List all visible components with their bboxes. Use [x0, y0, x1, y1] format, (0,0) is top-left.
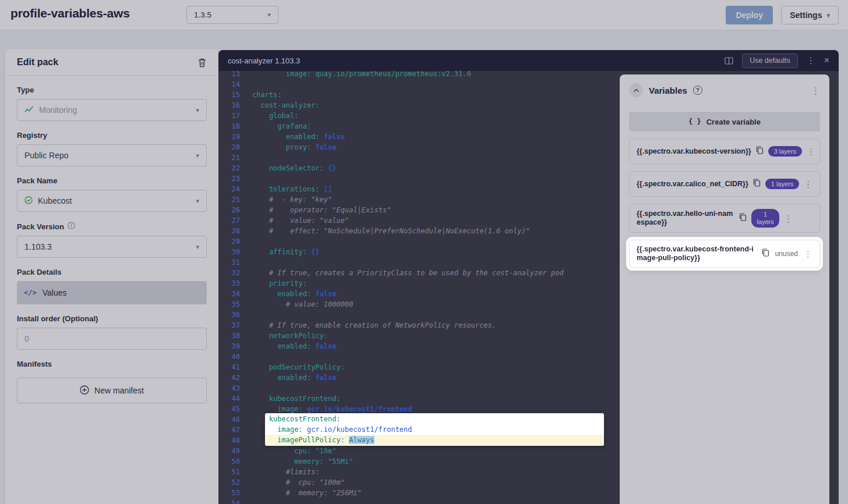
pack-version-value: 1.103.3: [24, 242, 190, 251]
registry-value: Public Repo: [24, 151, 190, 160]
pack-details-label: Pack Details: [17, 268, 207, 276]
variable-name: {{.spectro.var.kubecost-frontend-image-p…: [637, 245, 757, 262]
copy-icon[interactable]: [756, 146, 764, 157]
variable-row-kubecost-version[interactable]: {{.spectro.var.kubecost-version}} 3 laye…: [629, 139, 820, 164]
pack-details-value: Values: [43, 288, 67, 297]
layers-badge: 3 layers: [768, 146, 803, 157]
diff-view-icon[interactable]: [725, 57, 733, 65]
copy-icon[interactable]: [739, 213, 747, 223]
kebab-menu-icon[interactable]: ⋮: [807, 147, 815, 156]
edit-pack-panel: Edit pack Type Monitoring ▾ Registry Pub…: [5, 49, 218, 504]
create-variable-label: Create variable: [706, 118, 761, 126]
spotlight-code-block: kubecostFrontend: image: gcr.io/kubecost…: [265, 413, 604, 446]
install-order-input[interactable]: [17, 328, 207, 350]
deploy-button[interactable]: Deploy: [726, 6, 773, 24]
variable-name: {{.spectro.var.hello-uni-namespace}}: [637, 210, 734, 227]
chevron-down-icon: ▾: [196, 107, 199, 114]
topbar-actions: Deploy Settings ▾: [726, 6, 839, 24]
install-order-label: Install order (Optional): [17, 314, 207, 323]
close-icon[interactable]: ×: [824, 55, 829, 66]
kebab-menu-icon[interactable]: ⋮: [804, 180, 812, 189]
registry-select[interactable]: Public Repo ▾: [17, 144, 207, 166]
chevron-down-icon: ▾: [267, 11, 271, 19]
pack-name-label: Pack Name: [17, 176, 207, 185]
kebab-menu-icon[interactable]: ⋮: [784, 214, 793, 223]
variables-panel: Variables ? ⋮ { } Create variable {{.spe…: [620, 74, 829, 504]
delete-pack-trash-icon[interactable]: [197, 58, 207, 68]
top-bar: profile-variables-aws 1.3.5 ▾ Deploy Set…: [0, 0, 848, 30]
copy-icon[interactable]: [753, 179, 761, 189]
spotlight-code-lines: kubecostFrontend: image: gcr.io/kubecost…: [265, 414, 604, 445]
layers-badge: 1 layers: [751, 209, 779, 228]
variable-row-hello-uni-namespace[interactable]: {{.spectro.var.hello-uni-namespace}} 1 l…: [629, 204, 820, 233]
divider: [5, 75, 218, 76]
type-value: Monitoring: [39, 105, 190, 115]
registry-label: Registry: [17, 131, 207, 140]
braces-icon: { }: [688, 118, 701, 126]
info-icon: [68, 222, 75, 231]
variables-header: Variables ? ⋮: [629, 81, 820, 99]
layers-badge: 1 layers: [765, 179, 800, 189]
variables-title: Variables: [649, 86, 687, 95]
plus-circle-icon: [80, 385, 89, 396]
copy-icon[interactable]: [762, 249, 769, 259]
editor-header: cost-analyzer 1.103.3 Use defaults ⋮ ×: [218, 50, 839, 71]
type-label: Type: [17, 86, 207, 94]
kebab-menu-icon[interactable]: ⋮: [807, 55, 815, 66]
pack-version-label: Pack Version: [17, 222, 207, 231]
edit-pack-heading: Edit pack: [17, 57, 58, 68]
profile-title: profile-variables-aws: [10, 6, 130, 20]
settings-button[interactable]: Settings ▾: [781, 6, 839, 24]
chevron-down-icon: ▾: [196, 243, 199, 251]
monitoring-chart-icon: [24, 105, 34, 115]
variable-row-calico-net-cidr[interactable]: {{.spectro.var.calico_net_CIDR}} 1 layer…: [629, 171, 820, 197]
new-manifest-button[interactable]: New manifest: [17, 378, 207, 403]
new-manifest-label: New manifest: [94, 386, 144, 395]
pack-name-select[interactable]: Kubecost ▾: [17, 190, 207, 212]
editor-title: cost-analyzer 1.103.3: [228, 56, 300, 65]
chevron-down-icon: ▾: [196, 197, 199, 205]
collapse-chevron-up-icon[interactable]: [629, 83, 643, 97]
pack-details-values-item[interactable]: </> Values: [17, 281, 207, 304]
variable-name: {{.spectro.var.kubecost-version}}: [637, 147, 751, 155]
chevron-down-icon: ▾: [826, 12, 830, 19]
code-icon: </>: [24, 289, 37, 297]
kubecost-pack-icon: [24, 196, 33, 206]
profile-version-value: 1.3.5: [194, 10, 211, 19]
kebab-menu-icon[interactable]: ⋮: [804, 250, 812, 258]
pack-version-select[interactable]: 1.103.3 ▾: [17, 236, 207, 258]
variable-row-kubecost-frontend-image-pull-policy[interactable]: {{.spectro.var.kubecost-frontend-image-p…: [629, 240, 820, 268]
pack-version-label-text: Pack Version: [17, 222, 64, 231]
pack-name-value: Kubecost: [38, 196, 190, 205]
manifests-label: Manifests: [17, 360, 207, 368]
kebab-menu-icon[interactable]: ⋮: [811, 86, 820, 95]
unused-badge: unused: [774, 250, 799, 258]
settings-label: Settings: [790, 10, 822, 20]
create-variable-button[interactable]: { } Create variable: [629, 112, 820, 132]
help-icon[interactable]: ?: [693, 86, 702, 95]
variable-name: {{.spectro.var.calico_net_CIDR}}: [637, 180, 748, 188]
use-defaults-button[interactable]: Use defaults: [742, 54, 797, 68]
profile-version-select[interactable]: 1.3.5 ▾: [186, 6, 278, 24]
type-select[interactable]: Monitoring ▾: [17, 99, 207, 121]
chevron-down-icon: ▾: [196, 152, 199, 159]
